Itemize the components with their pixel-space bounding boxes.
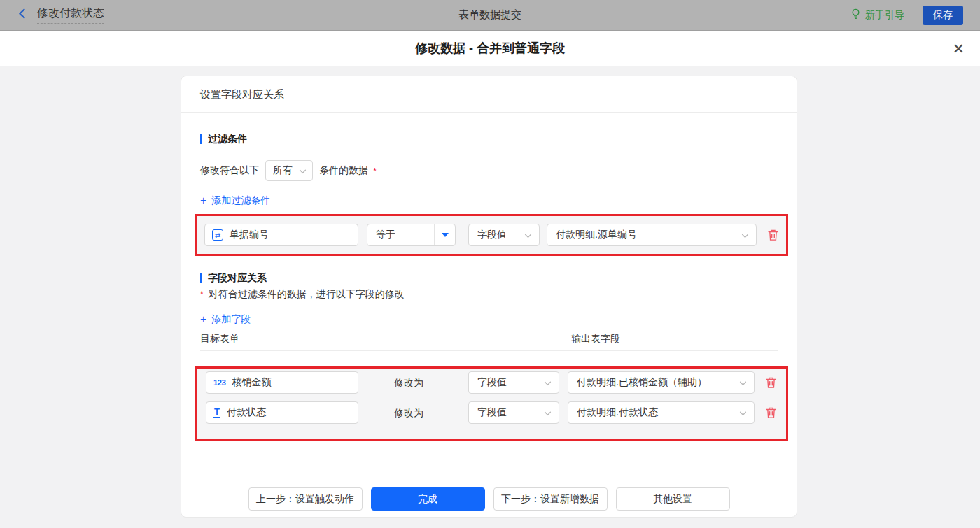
trash-icon	[765, 406, 777, 419]
required-mark: *	[373, 166, 377, 176]
chevron-down-icon	[299, 165, 307, 176]
add-filter-label: 添加过滤条件	[211, 194, 270, 207]
target-field-value: 付款状态	[227, 406, 266, 419]
match-prefix-text: 修改符合以下	[200, 164, 259, 177]
next-step-button[interactable]: 下一步：设置新增数据	[493, 487, 608, 511]
mapping-rows-annotation-box: 123 核销金额 修改为 字段值 付款明细.已核销金额（辅助）	[195, 366, 788, 441]
add-field-label: 添加字段	[211, 313, 251, 326]
mapping-section-label: 字段对应关系	[208, 272, 267, 285]
filter-value: 付款明细.源单编号	[556, 229, 637, 241]
back-chevron-icon	[17, 8, 29, 22]
trash-icon	[767, 229, 779, 241]
serial-number-field-icon: ⇄	[212, 229, 223, 241]
filter-condition-line: 修改符合以下 所有 条件的数据 *	[200, 159, 377, 182]
delete-mapping-row-button[interactable]	[764, 376, 777, 390]
mapping-description: * 对符合过滤条件的数据，进行以下字段的修改	[200, 288, 405, 301]
target-field-value: 核销金额	[232, 376, 271, 389]
target-field-input[interactable]: T 付款状态	[206, 401, 358, 424]
operator-select[interactable]: 等于	[367, 224, 456, 246]
target-field-input[interactable]: 123 核销金额	[206, 371, 358, 394]
prev-step-button[interactable]: 上一步：设置触发动作	[248, 487, 363, 511]
delete-filter-row-button[interactable]	[766, 228, 779, 242]
output-field-select[interactable]: 付款明细.已核销金额（辅助）	[568, 371, 755, 394]
match-suffix-text: 条件的数据	[319, 164, 368, 177]
section-bar-icon	[200, 273, 202, 283]
section-bar-icon	[200, 134, 202, 144]
page-title: 表单数据提交	[458, 8, 522, 22]
chevron-down-icon	[741, 229, 749, 241]
modal-header: 修改数据 - 合并到普通字段 ✕	[0, 31, 980, 66]
guide-label: 新手引导	[865, 9, 904, 22]
save-button[interactable]: 保存	[923, 6, 963, 25]
flow-name-editable[interactable]: 修改付款状态	[37, 6, 104, 24]
column-divider	[200, 350, 778, 351]
beginner-guide-link[interactable]: 新手引导	[850, 8, 904, 22]
chevron-down-icon	[739, 407, 747, 418]
modify-to-label: 修改为	[394, 401, 424, 424]
modify-to-label: 修改为	[394, 371, 424, 394]
lightbulb-icon	[850, 8, 861, 22]
settings-panel: 设置字段对应关系 过滤条件 修改符合以下 所有 条件的数据 * + 添加过滤条件…	[181, 76, 797, 518]
add-filter-condition-link[interactable]: + 添加过滤条件	[200, 194, 270, 207]
output-field-value: 付款明细.付款状态	[577, 406, 658, 419]
required-mark: *	[200, 290, 204, 299]
mapping-description-text: 对符合过滤条件的数据，进行以下字段的修改	[209, 288, 405, 301]
panel-header-title: 设置字段对应关系	[181, 76, 797, 113]
filter-row-annotation-box: ⇄ 单据编号 等于 字段值 付款明细.源单编号	[195, 214, 788, 256]
output-field-value: 付款明细.已核销金额（辅助）	[577, 376, 707, 389]
mapping-section-title: 字段对应关系	[200, 272, 267, 285]
filter-value-select[interactable]: 付款明细.源单编号	[547, 224, 757, 246]
trash-icon	[765, 376, 777, 389]
value-type: 字段值	[477, 406, 507, 419]
match-mode-select[interactable]: 所有	[265, 160, 313, 181]
top-bar: 修改付款状态 表单数据提交 新手引导 保存	[0, 0, 980, 31]
filter-value-type: 字段值	[477, 229, 507, 241]
output-field-select[interactable]: 付款明细.付款状态	[568, 401, 755, 424]
chevron-down-icon	[739, 377, 747, 388]
value-type-select[interactable]: 字段值	[468, 401, 559, 424]
chevron-down-icon	[544, 377, 552, 388]
text-field-icon: T	[214, 407, 220, 418]
chevron-down-icon	[544, 407, 552, 418]
value-type: 字段值	[477, 376, 507, 389]
filter-field-input[interactable]: ⇄ 单据编号	[204, 224, 358, 246]
number-field-icon: 123	[214, 378, 225, 387]
filter-section-title: 过滤条件	[200, 133, 247, 145]
plus-icon: +	[200, 314, 206, 325]
column-header-output-field: 输出表字段	[571, 333, 620, 345]
modal-title: 修改数据 - 合并到普通字段	[415, 40, 565, 57]
filter-field-value: 单据编号	[230, 229, 269, 241]
footer-buttons: 上一步：设置触发动作 完成 下一步：设置新增数据 其他设置	[181, 487, 797, 511]
filter-value-type-select[interactable]: 字段值	[468, 224, 540, 246]
caret-down-icon	[442, 233, 449, 237]
value-type-select[interactable]: 字段值	[468, 371, 559, 394]
back-button[interactable]	[17, 8, 29, 22]
add-field-link[interactable]: + 添加字段	[200, 313, 251, 326]
screen: 修改付款状态 表单数据提交 新手引导 保存 修改数据 - 合并到普通字段 ✕ 设…	[0, 0, 980, 528]
delete-mapping-row-button[interactable]	[764, 406, 777, 420]
filter-section-label: 过滤条件	[208, 133, 247, 145]
operator-dropdown-arrow[interactable]	[434, 224, 455, 245]
close-icon[interactable]: ✕	[952, 41, 965, 56]
plus-icon: +	[200, 195, 206, 206]
chevron-down-icon	[524, 229, 532, 241]
footer-divider	[181, 478, 797, 478]
operator-value: 等于	[368, 224, 434, 245]
other-settings-button[interactable]: 其他设置	[616, 487, 730, 511]
match-mode-value: 所有	[273, 164, 293, 177]
column-header-target-form: 目标表单	[200, 333, 239, 345]
done-button[interactable]: 完成	[371, 487, 485, 511]
